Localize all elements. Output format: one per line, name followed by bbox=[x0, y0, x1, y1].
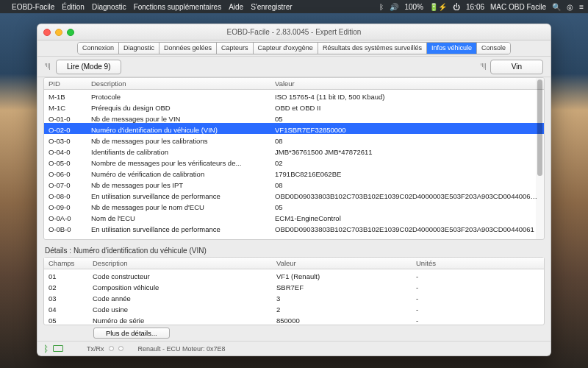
cell-val: 3 bbox=[272, 291, 412, 302]
keyboard-icon bbox=[53, 345, 63, 352]
table-row[interactable]: O-01-0Nb de messages pour le VIN05 bbox=[44, 112, 544, 123]
table-row[interactable]: O-04-0Identifiants de calibrationJMB*367… bbox=[44, 145, 544, 156]
table-row[interactable]: O-06-0Numéro de vérification de calibrat… bbox=[44, 167, 544, 178]
cell-val: VF1SBR7EF32850000 bbox=[270, 123, 544, 134]
tab-segmented: ConnexionDiagnosticDonnées geléesCapteur… bbox=[77, 42, 511, 54]
details-row[interactable]: 01Code constructeurVF1 (Renault)- bbox=[44, 269, 544, 280]
cell-desc: Nb de messages pour les calibrations bbox=[87, 134, 270, 145]
cell-pid: O-03-0 bbox=[44, 134, 87, 145]
cell-champs: 05 bbox=[44, 314, 88, 325]
volume-pct: 100% bbox=[404, 3, 423, 11]
col-header-valeur[interactable]: Valeur bbox=[272, 258, 412, 269]
table-row[interactable]: O-05-0Nombre de messages pour les vérifi… bbox=[44, 156, 544, 167]
details-panel: Détails : Numéro d'identification du véh… bbox=[43, 244, 545, 341]
table-header: PID Description Valeur bbox=[44, 78, 544, 90]
cell-champs: 04 bbox=[44, 302, 88, 314]
cell-pid: O-02-0 bbox=[44, 123, 87, 134]
cell-desc: Nb de messages pour le nom d'ECU bbox=[87, 200, 270, 211]
cell-desc: Nb de messages pour les IPT bbox=[87, 178, 270, 189]
titlebar[interactable]: EOBD-Facile - 2.83.0045 - Expert Edition bbox=[37, 24, 551, 40]
cell-desc: Nombre de messages pour les vérificateur… bbox=[87, 156, 270, 167]
table-row[interactable]: O-02-0Numéro d'identification du véhicul… bbox=[44, 123, 544, 134]
details-table: Champs Description Valeur Unités 01Code … bbox=[43, 257, 545, 325]
tab-r-sultats-des-syst-mes-surveill-s[interactable]: Résultats des systèmes surveillés bbox=[318, 43, 427, 54]
tab-console[interactable]: Console bbox=[477, 43, 510, 54]
details-row[interactable]: 02Composition véhiculeSBR7EF- bbox=[44, 280, 544, 291]
details-row[interactable]: 04Code usine2- bbox=[44, 302, 544, 314]
safari-icon[interactable]: ◎ bbox=[567, 3, 573, 11]
cell-val: ISO 15765-4 (11 bit ID, 500 Kbaud) bbox=[270, 90, 544, 101]
read-mode9-button[interactable]: Lire (Mode 9) bbox=[56, 60, 121, 74]
table-row[interactable]: O-03-0Nb de messages pour les calibratio… bbox=[44, 134, 544, 145]
col-header-unites[interactable]: Unités bbox=[412, 258, 544, 269]
tab-capteur-d-oxyg-ne[interactable]: Capteur d'oxygène bbox=[254, 43, 318, 54]
mac-menubar: EOBD-Facile Édition Diagnostic Fonctions… bbox=[0, 0, 588, 13]
cell-desc: Composition véhicule bbox=[88, 280, 272, 291]
cell-val: OBD0D09033803B102C703B102E1039C02D400000… bbox=[270, 222, 544, 233]
scrollbar-thumb[interactable] bbox=[537, 79, 542, 176]
cell-val: OBD0D09033803B102C703B102E1039C02D400000… bbox=[270, 189, 544, 200]
scrollbar[interactable] bbox=[536, 78, 544, 239]
cell-pid: M-1B bbox=[44, 90, 87, 101]
notifications-icon[interactable]: ≡ bbox=[579, 3, 584, 11]
table-row[interactable]: O-09-0Nb de messages pour le nom d'ECU05 bbox=[44, 200, 544, 211]
table-row[interactable]: O-0A-0Nom de l'ECUECM1-EngineControl bbox=[44, 211, 544, 222]
table-row[interactable]: M-1CPrérequis du design OBDOBD et OBD II bbox=[44, 101, 544, 112]
details-row[interactable]: 03Code année3- bbox=[44, 291, 544, 302]
menubar-item[interactable]: Édition bbox=[62, 3, 85, 11]
cell-val: VF1 (Renault) bbox=[272, 269, 412, 280]
tab-capteurs[interactable]: Capteurs bbox=[217, 43, 254, 54]
table-body[interactable]: M-1BProtocoleISO 15765-4 (11 bit ID, 500… bbox=[44, 90, 544, 239]
tab-infos-v-hicule[interactable]: Infos véhicule bbox=[427, 43, 477, 54]
table-row[interactable]: O-08-0En utilisation surveillance de per… bbox=[44, 189, 544, 200]
signal-icon bbox=[45, 63, 50, 70]
details-body[interactable]: 01Code constructeurVF1 (Renault)-02Compo… bbox=[44, 269, 544, 325]
cell-desc: En utilisation surveillance de performan… bbox=[87, 222, 270, 233]
ecu-status: Renault - ECU Moteur: 0x7E8 bbox=[138, 345, 226, 353]
tab-connexion[interactable]: Connexion bbox=[78, 43, 119, 54]
menubar-item[interactable]: Diagnostic bbox=[92, 3, 126, 11]
cell-val: 02 bbox=[270, 156, 544, 167]
table-row[interactable]: O-0B-0En utilisation surveillance de per… bbox=[44, 222, 544, 233]
battery-icon[interactable]: 🔋⚡ bbox=[429, 3, 447, 11]
cell-val: 05 bbox=[270, 200, 544, 211]
cell-unit: - bbox=[412, 280, 544, 291]
col-header-desc[interactable]: Description bbox=[87, 78, 270, 89]
bluetooth-icon[interactable]: ᛒ bbox=[379, 3, 384, 11]
col-header-pid[interactable]: PID bbox=[44, 78, 87, 89]
cell-desc: Numéro d'identification du véhicule (VIN… bbox=[87, 123, 270, 134]
cell-pid: O-0A-0 bbox=[44, 211, 87, 222]
cell-pid: O-09-0 bbox=[44, 200, 87, 211]
menubar-app[interactable]: EOBD-Facile bbox=[12, 3, 54, 11]
vin-button[interactable]: Vin bbox=[490, 60, 543, 74]
control-center-icon[interactable]: ⏻ bbox=[453, 3, 460, 11]
app-window: EOBD-Facile - 2.83.0045 - Expert Edition… bbox=[37, 24, 551, 356]
menubar-item[interactable]: Fonctions supplémentaires bbox=[134, 3, 222, 11]
menubar-label: MAC OBD Facile bbox=[490, 3, 546, 11]
cell-desc: Prérequis du design OBD bbox=[87, 101, 270, 112]
cell-desc: Code année bbox=[88, 291, 272, 302]
menubar-item[interactable]: S'enregistrer bbox=[251, 3, 292, 11]
tab-donn-es-gel-es[interactable]: Données gelées bbox=[159, 43, 217, 54]
spotlight-icon[interactable]: 🔍 bbox=[552, 3, 561, 11]
menubar-time[interactable]: 16:06 bbox=[466, 3, 484, 11]
table-row[interactable]: O-07-0Nb de messages pour les IPT08 bbox=[44, 178, 544, 189]
cell-val: 850000 bbox=[272, 314, 412, 325]
rx-led-icon bbox=[118, 346, 123, 351]
cell-desc: Numéro de vérification de calibration bbox=[87, 167, 270, 178]
statusbar: ᛒ Tx/Rx Renault - ECU Moteur: 0x7E8 bbox=[37, 341, 551, 355]
more-details-button[interactable]: Plus de détails... bbox=[93, 328, 170, 339]
col-header-description[interactable]: Description bbox=[88, 258, 272, 269]
cell-pid: O-01-0 bbox=[44, 112, 87, 123]
cell-pid: O-08-0 bbox=[44, 189, 87, 200]
details-title: Détails : Numéro d'identification du véh… bbox=[43, 244, 545, 257]
cell-desc: Identifiants de calibration bbox=[87, 145, 270, 156]
col-header-champs[interactable]: Champs bbox=[44, 258, 88, 269]
volume-icon[interactable]: 🔊 bbox=[390, 3, 398, 11]
details-row[interactable]: 05Numéro de série850000- bbox=[44, 314, 544, 325]
col-header-val[interactable]: Valeur bbox=[270, 78, 544, 89]
table-row[interactable]: M-1BProtocoleISO 15765-4 (11 bit ID, 500… bbox=[44, 90, 544, 101]
cell-champs: 02 bbox=[44, 280, 88, 291]
tab-diagnostic[interactable]: Diagnostic bbox=[119, 43, 159, 54]
menubar-item[interactable]: Aide bbox=[229, 3, 243, 11]
